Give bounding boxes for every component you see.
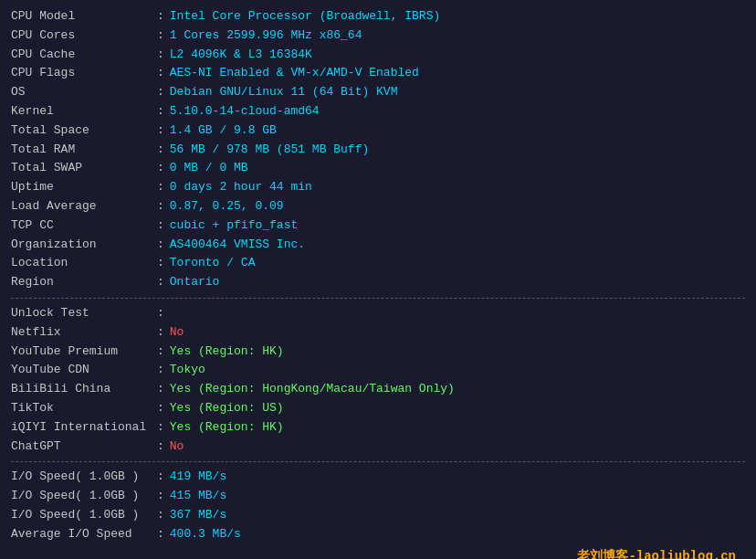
table-row: TikTok: Yes (Region: US) [11,399,745,418]
colon-separator: : [157,399,164,418]
colon-separator: : [157,487,164,506]
colon-separator: : [157,121,164,141]
colon-separator: : [157,343,164,362]
row-value: Yes (Region: HongKong/Macau/Taiwan Only) [170,380,455,399]
table-row: Organization: AS400464 VMISS Inc. [11,236,745,255]
table-row: I/O Speed( 1.0GB ): 367 MB/s [11,506,745,525]
watermark: 老刘博客-laoliublog.cn [11,548,745,559]
row-label: CPU Flags [11,64,157,83]
table-row: CPU Cache: L2 4096K & L3 16384K [11,46,745,65]
colon-separator: : [157,216,164,236]
colon-separator: : [157,506,164,525]
row-value: 5.10.0-14-cloud-amd64 [170,102,320,121]
row-label: Total SWAP [11,159,157,178]
colon-separator: : [157,438,164,457]
colon-separator: : [157,254,164,273]
colon-separator: : [157,380,164,399]
row-label: CPU Model [11,7,157,26]
table-row: I/O Speed( 1.0GB ): 419 MB/s [11,468,745,487]
table-row: Uptime: 0 days 2 hour 44 min [11,178,745,197]
table-row: BiliBili China: Yes (Region: HongKong/Ma… [11,380,745,399]
table-row: Total SWAP: 0 MB / 0 MB [11,159,745,178]
row-value: cubic + pfifo_fast [170,216,298,236]
table-row: YouTube Premium: Yes (Region: HK) [11,343,745,362]
row-label: Average I/O Speed [11,525,157,544]
colon-separator: : [157,525,164,544]
row-label: I/O Speed( 1.0GB ) [11,506,157,525]
row-label: CPU Cache [11,46,157,65]
unlock-section: Unlock Test: Netflix: NoYouTube Premium:… [11,304,745,456]
row-value: 367 MB/s [170,506,226,525]
table-row: Location: Toronto / CA [11,254,745,273]
row-label: Location [11,254,157,273]
row-label: Total Space [11,121,157,141]
table-row: ChatGPT: No [11,438,745,457]
row-value: 1.4 GB / 9.8 GB [170,121,277,141]
table-row: Kernel: 5.10.0-14-cloud-amd64 [11,102,745,121]
colon-separator: : [157,468,164,487]
table-row: OS: Debian GNU/Linux 11 (64 Bit) KVM [11,83,745,102]
colon-separator: : [157,418,164,438]
row-label: I/O Speed( 1.0GB ) [11,487,157,506]
table-row: CPU Flags: AES-NI Enabled & VM-x/AMD-V E… [11,64,745,83]
row-label: OS [11,83,157,102]
table-row: I/O Speed( 1.0GB ): 415 MB/s [11,487,745,506]
table-row: Total RAM: 56 MB / 978 MB (851 MB Buff) [11,141,745,160]
row-label: Region [11,273,157,292]
colon-separator: : [157,83,164,102]
divider-2 [11,461,745,462]
row-label: I/O Speed( 1.0GB ) [11,468,157,487]
colon-separator: : [157,141,164,160]
system-info-section: CPU Model: Intel Core Processor (Broadwe… [11,7,745,292]
table-row: TCP CC: cubic + pfifo_fast [11,216,745,236]
row-value: No [170,438,184,457]
row-value: Yes (Region: HK) [170,418,284,438]
colon-separator: : [157,236,164,255]
row-value: Toronto / CA [170,254,256,273]
colon-separator: : [157,102,164,121]
row-label: Organization [11,236,157,255]
row-value: AS400464 VMISS Inc. [170,236,305,255]
row-value: 0 MB / 0 MB [170,159,248,178]
table-row: Unlock Test: [11,304,745,323]
row-label: Netflix [11,323,157,343]
speed-section: I/O Speed( 1.0GB ): 419 MB/sI/O Speed( 1… [11,468,745,543]
row-value: AES-NI Enabled & VM-x/AMD-V Enabled [170,64,419,83]
colon-separator: : [157,26,164,46]
row-value: Yes (Region: US) [170,399,284,418]
row-value: Yes (Region: HK) [170,343,284,362]
divider-1 [11,298,745,299]
colon-separator: : [157,323,164,343]
row-value: No [170,323,184,343]
row-value: Tokyo [170,361,205,380]
row-value: L2 4096K & L3 16384K [170,46,312,65]
row-value: 56 MB / 978 MB (851 MB Buff) [170,141,369,160]
colon-separator: : [157,7,164,26]
row-label: Total RAM [11,141,157,160]
row-value: 400.3 MB/s [170,525,241,544]
row-label: YouTube Premium [11,343,157,362]
colon-separator: : [157,178,164,197]
colon-separator: : [157,46,164,65]
table-row: YouTube CDN: Tokyo [11,361,745,380]
row-label: Kernel [11,102,157,121]
row-label: TCP CC [11,216,157,236]
table-row: Average I/O Speed: 400.3 MB/s [11,525,745,544]
colon-separator: : [157,304,164,323]
colon-separator: : [157,197,164,216]
row-label: YouTube CDN [11,361,157,380]
table-row: Load Average: 0.87, 0.25, 0.09 [11,197,745,216]
colon-separator: : [157,273,164,292]
row-value: Ontario [170,273,220,292]
row-label: ChatGPT [11,438,157,457]
row-label: BiliBili China [11,380,157,399]
row-label: Unlock Test [11,304,157,323]
row-value: 0.87, 0.25, 0.09 [170,197,284,216]
row-value: 419 MB/s [170,468,226,487]
table-row: Total Space: 1.4 GB / 9.8 GB [11,121,745,141]
row-value: Debian GNU/Linux 11 (64 Bit) KVM [170,83,398,102]
colon-separator: : [157,361,164,380]
row-label: Uptime [11,178,157,197]
colon-separator: : [157,64,164,83]
table-row: CPU Cores: 1 Cores 2599.996 MHz x86_64 [11,26,745,46]
